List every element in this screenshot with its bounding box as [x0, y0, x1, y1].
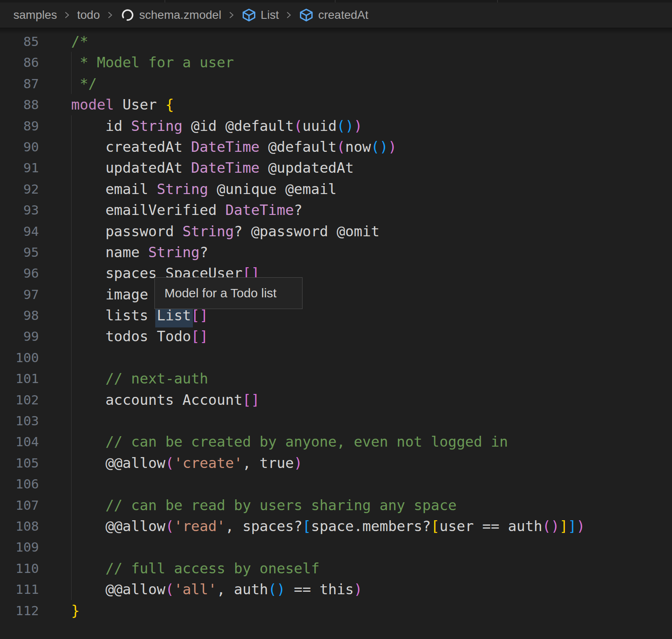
code-token: [] — [242, 391, 259, 408]
line-number[interactable]: 91 — [0, 157, 39, 178]
code-editor[interactable]: 85/*86 * Model for a user87 */88model Us… — [0, 28, 672, 621]
line-number[interactable]: 96 — [0, 263, 39, 284]
line-number[interactable]: 93 — [0, 199, 39, 220]
code-token: ( — [371, 138, 379, 155]
code-line-110[interactable]: 110 // full access by oneself — [0, 558, 672, 579]
code-line-106[interactable]: 106 — [0, 473, 672, 494]
code-line-91[interactable]: 91 updatedAt DateTime @updatedAt — [0, 157, 672, 178]
line-number[interactable]: 100 — [0, 347, 39, 368]
code-line-104[interactable]: 104 // can be created by anyone, even no… — [0, 431, 672, 452]
code-token: @@allow — [71, 518, 165, 534]
code-token: space.members? — [311, 518, 431, 534]
line-number[interactable]: 90 — [0, 136, 39, 157]
code-token: lists — [71, 307, 157, 324]
code-line-107[interactable]: 107 // can be read by users sharing any … — [0, 495, 672, 516]
code-line-content: model User { — [71, 94, 174, 115]
code-line-102[interactable]: 102 accounts Account[] — [0, 389, 672, 410]
hover-tooltip: Model for a Todo list — [154, 277, 303, 309]
code-line-95[interactable]: 95 name String? — [0, 242, 672, 263]
code-line-101[interactable]: 101 // next-auth — [0, 368, 672, 389]
code-token: ? @password @omit — [234, 223, 380, 240]
code-line-92[interactable]: 92 email String @unique @email — [0, 179, 672, 199]
code-line-109[interactable]: 109 — [0, 537, 672, 557]
line-number[interactable]: 104 — [0, 431, 39, 452]
line-number[interactable]: 101 — [0, 368, 39, 389]
chevron-right-icon — [105, 10, 115, 20]
code-token: ] — [559, 518, 568, 534]
tab-separator — [335, 0, 336, 3]
code-token: // next-auth — [71, 370, 208, 387]
code-line-99[interactable]: 99 todos Todo[] — [0, 326, 672, 347]
code-token: ( — [337, 138, 345, 155]
code-token: String — [131, 118, 182, 134]
line-number[interactable]: 109 — [0, 537, 39, 557]
line-number[interactable]: 86 — [0, 52, 39, 73]
breadcrumb-item-list[interactable]: List — [261, 8, 279, 22]
line-number[interactable]: 88 — [0, 94, 39, 115]
code-token: // can be read by users sharing any spac… — [71, 497, 457, 514]
line-number[interactable]: 103 — [0, 410, 39, 431]
code-line-98[interactable]: 98 lists List[] — [0, 305, 672, 326]
indent-guide — [71, 52, 72, 94]
code-line-89[interactable]: 89 id String @id @default(uuid()) — [0, 115, 672, 136]
line-number[interactable]: 99 — [0, 326, 39, 347]
code-line-111[interactable]: 111 @@allow('all', auth() == this) — [0, 579, 672, 600]
line-number[interactable]: 85 — [0, 31, 39, 52]
code-token: ) — [577, 518, 585, 534]
code-line-content: password String? @password @omit — [71, 221, 380, 242]
code-line-93[interactable]: 93 emailVerified DateTime? — [0, 199, 672, 220]
code-token: createdAt — [71, 138, 191, 155]
code-token: String — [157, 181, 208, 197]
line-number[interactable]: 98 — [0, 305, 39, 326]
code-token: ? — [200, 244, 208, 261]
breadcrumb: samplestodoschema.zmodelListcreatedAt — [0, 3, 672, 28]
code-line-103[interactable]: 103 — [0, 410, 672, 431]
code-token: ( — [294, 118, 302, 134]
breadcrumb-item-samples[interactable]: samples — [13, 8, 57, 22]
code-line-100[interactable]: 100 — [0, 347, 672, 368]
line-number[interactable]: 94 — [0, 221, 39, 242]
code-token: email — [71, 181, 157, 197]
line-number[interactable]: 112 — [0, 600, 39, 621]
code-line-94[interactable]: 94 password String? @password @omit — [0, 221, 672, 242]
code-line-96[interactable]: 96 spaces SpaceUser[] — [0, 263, 672, 284]
code-line-85[interactable]: 85/* — [0, 31, 672, 52]
code-line-112[interactable]: 112} — [0, 600, 672, 621]
code-line-content: // can be created by anyone, even not lo… — [71, 431, 508, 452]
code-token: ] — [568, 518, 576, 534]
code-line-97[interactable]: 97 image — [0, 284, 672, 305]
line-number[interactable]: 92 — [0, 179, 39, 199]
line-number[interactable]: 97 — [0, 284, 39, 305]
code-token: @unique @email — [208, 181, 337, 197]
code-token: [] — [191, 307, 208, 324]
line-number[interactable]: 108 — [0, 516, 39, 537]
code-token: 'read' — [174, 518, 226, 534]
line-number[interactable]: 107 — [0, 495, 39, 516]
breadcrumb-item-schema-zmodel[interactable]: schema.zmodel — [139, 8, 221, 22]
line-number[interactable]: 102 — [0, 389, 39, 410]
line-number[interactable]: 95 — [0, 242, 39, 263]
code-token: ( — [165, 581, 174, 598]
code-line-86[interactable]: 86 * Model for a user — [0, 52, 672, 73]
line-number[interactable]: 110 — [0, 558, 39, 579]
line-number[interactable]: 111 — [0, 579, 39, 600]
line-number[interactable]: 106 — [0, 473, 39, 494]
line-number[interactable]: 87 — [0, 73, 39, 94]
code-line-88[interactable]: 88model User { — [0, 94, 672, 115]
code-line-content: accounts Account[] — [71, 389, 259, 410]
code-token: 'create' — [174, 455, 243, 471]
code-line-105[interactable]: 105 @@allow('create', true) — [0, 452, 672, 473]
breadcrumb-item-createdat[interactable]: createdAt — [318, 8, 368, 22]
code-line-content: @@allow('create', true) — [71, 452, 303, 473]
breadcrumb-item-todo[interactable]: todo — [77, 8, 100, 22]
line-number[interactable]: 105 — [0, 452, 39, 473]
chevron-right-icon — [226, 10, 236, 20]
line-number[interactable]: 89 — [0, 115, 39, 136]
chevron-right-icon — [62, 10, 72, 20]
code-line-108[interactable]: 108 @@allow('read', spaces?[space.member… — [0, 516, 672, 537]
code-line-87[interactable]: 87 */ — [0, 73, 672, 94]
code-token: */ — [71, 75, 97, 92]
tab-separator — [497, 0, 498, 3]
code-line-90[interactable]: 90 createdAt DateTime @default(now()) — [0, 136, 672, 157]
code-token: password — [71, 223, 182, 240]
